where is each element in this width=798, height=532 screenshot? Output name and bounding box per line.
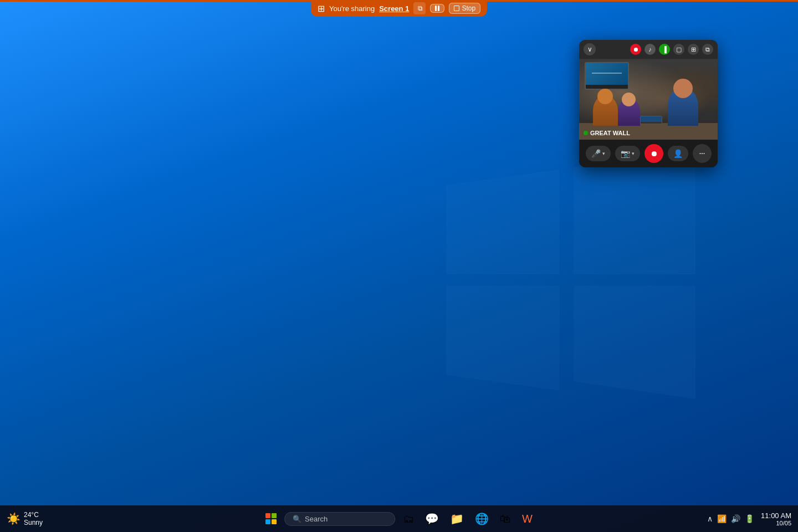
expand-tray-btn[interactable]: ∧ [707,514,713,523]
mic-chevron: ▾ [602,151,605,156]
widget-header-left: ∨ [584,43,596,55]
taskbar-search[interactable]: 🔍 Search [284,512,395,526]
laptop [640,116,662,124]
stop-share-btn[interactable]: Stop [449,3,480,14]
person-2 [618,98,640,126]
camera-icon: 📷 [621,149,630,158]
taskbar-file-explorer[interactable]: 🗂 [400,510,417,528]
pause-icon [435,6,439,11]
clock-date: 10/05 [761,520,791,526]
more-options-btn[interactable]: ··· [693,144,712,163]
teams-icon: 💬 [425,512,439,525]
taskbar-edge[interactable]: 🌐 [472,510,492,528]
taskbar-folder[interactable]: 📁 [447,510,467,528]
edge-icon: 🌐 [475,512,489,525]
person-1 [593,95,618,126]
stop-icon [454,6,459,11]
stop-label: Stop [462,4,475,12]
sharing-banner: ⊞ You're sharing Screen 1 ⧉ Stop [311,0,487,17]
svg-marker-3 [574,285,695,399]
taskbar-left: ☀️ 24°C Sunny [7,511,43,526]
person-2-head [622,93,636,106]
record-icon: ⏺ [650,149,658,158]
search-label: Search [305,515,328,523]
camera-chevron: ▾ [632,151,635,156]
file-explorer-icon: 🗂 [403,513,414,525]
start-button[interactable] [262,511,280,526]
more-icon: ··· [699,149,704,158]
person-3 [668,87,698,126]
teams-share-icon: ⊞ [318,3,325,14]
music-btn[interactable]: ♪ [644,44,656,55]
widget-collapse-btn[interactable]: ∨ [584,43,596,55]
svg-marker-1 [574,150,695,274]
folder-icon: 📁 [450,512,464,525]
screen-share-border [0,0,798,2]
windows-logo-icon [265,513,277,524]
taskbar-center: 🔍 Search 🗂 💬 📁 🌐 🛍 [262,510,536,528]
taskbar-store[interactable]: 🛍 [497,510,514,528]
weather-widget[interactable]: ☀️ 24°C Sunny [7,511,43,526]
record-btn[interactable]: ⏺ [630,44,641,55]
windows-logo-watermark [446,150,695,399]
desktop: ⊞ You're sharing Screen 1 ⧉ Stop ∨ ⏺ ♪ ▐… [0,0,798,532]
screen-name-link[interactable]: Screen 1 [379,4,409,13]
monitor-display [585,62,629,90]
weather-condition: Sunny [24,519,43,526]
search-icon: 🔍 [293,515,301,523]
taskbar: ☀️ 24°C Sunny 🔍 Search [0,505,798,532]
camera-btn[interactable]: 📷 ▾ [615,146,640,161]
battery-icon[interactable]: 🔋 [745,514,754,523]
external-btn[interactable]: ⧉ [702,44,713,55]
mic-icon: 🎤 [591,149,601,158]
meeting-name: GREAT WALL [590,130,630,136]
meeting-widget: ∨ ⏺ ♪ ▐ ▢ ⊞ ⧉ [579,40,718,167]
taskbar-app-extra[interactable]: W [519,510,536,528]
widget-header-icons: ⏺ ♪ ▐ ▢ ⊞ ⧉ [630,44,713,55]
participants-icon: 👤 [673,149,683,158]
clock-time: 11:00 AM [761,511,791,520]
video-feed [579,59,718,140]
system-tray: ∧ 📶 🔊 🔋 [707,514,754,523]
monitor-screen [586,63,628,85]
weather-info: 24°C Sunny [24,511,43,526]
meeting-label: GREAT WALL [584,130,630,136]
taskbar-right: ∧ 📶 🔊 🔋 11:00 AM 10/05 [707,511,791,526]
svg-marker-2 [446,285,560,390]
system-clock[interactable]: 11:00 AM 10/05 [761,511,791,526]
person-1-head [597,89,613,104]
grid-btn[interactable]: ⊞ [688,44,699,55]
taskbar-teams[interactable]: 💬 [422,510,442,528]
pause-share-btn[interactable] [430,4,444,13]
store-icon: 🛍 [500,513,511,525]
person-3-head [673,79,693,98]
mic-btn[interactable]: 🎤 ▾ [586,146,611,161]
participants-btn[interactable]: 👤 [668,146,688,161]
recording-dot [584,131,588,135]
window-btn[interactable]: ▢ [673,44,684,55]
svg-marker-0 [446,170,560,274]
widget-header: ∨ ⏺ ♪ ▐ ▢ ⊞ ⧉ [579,40,718,59]
weather-icon: ☀️ [7,512,21,525]
widget-video: GREAT WALL [579,59,718,140]
record-control-btn[interactable]: ⏺ [644,144,663,163]
chart-btn[interactable]: ▐ [659,44,670,55]
volume-icon[interactable]: 🔊 [731,514,740,523]
sharing-text: You're sharing [329,4,375,13]
share-popup-btn[interactable]: ⧉ [413,2,426,14]
extra-app-icon: W [522,513,533,525]
wifi-icon[interactable]: 📶 [717,514,727,523]
widget-controls: 🎤 ▾ 📷 ▾ ⏺ 👤 ··· [579,140,718,167]
weather-temp: 24°C [24,511,43,519]
